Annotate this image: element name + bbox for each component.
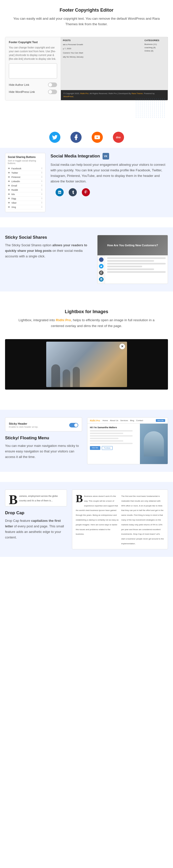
dropcap-col-pair: B Business alone doesn't work it's the w… xyxy=(76,493,164,546)
preview-post-3: Careers You Can Start xyxy=(63,52,140,54)
sticky-facebook-icon xyxy=(99,257,104,262)
silhouette-2 xyxy=(63,369,70,387)
footer-editor-section: Footer Copyrights Editor You can easily … xyxy=(0,0,173,32)
drag-handle-twitter[interactable]: ⠿ xyxy=(41,172,43,174)
pinterest-icon xyxy=(82,188,90,196)
twitter-icon-large xyxy=(49,132,60,143)
dots-pattern xyxy=(135,98,166,118)
preview-post-1: ate a Personal Growth xyxy=(63,43,140,46)
drag-handle-mix[interactable]: ⠿ xyxy=(41,193,43,195)
eye-icon-facebook: 👁 xyxy=(8,167,10,170)
sharing-row-viber: 👁 Viber ⠿ xyxy=(8,201,43,205)
sticky-header-right: Ridhi Pro Home About Us Services Blog Co… xyxy=(87,417,168,464)
website-left-col: Hi! I'm Samantha Walters Hire Me Portfol… xyxy=(87,424,140,464)
body-line-3 xyxy=(90,435,133,436)
eye-icon-digg: 👁 xyxy=(8,197,10,200)
blog-preview-body xyxy=(97,255,168,284)
dots-decoration xyxy=(0,98,173,119)
footer-editor-title: Footer Copyrights Editor xyxy=(10,7,163,13)
dropcap-col-2: The first and the most basic fundamental… xyxy=(121,493,164,546)
eye-icon-xing: 👁 xyxy=(8,206,10,209)
website-portfolio-btn[interactable]: Portfolio xyxy=(102,446,113,450)
sticky-header-panel: Sticky Header Enable to stick header at … xyxy=(5,417,82,432)
toggle-row-author: Hide Author Link xyxy=(9,83,57,87)
sticky-social-section: Sticky Social Shares The Sticky Social S… xyxy=(0,227,173,291)
hide-wordpress-toggle[interactable] xyxy=(48,90,57,94)
sharing-panel-desc: Sort or toggle social sharing buttons. xyxy=(8,159,43,164)
blog-text-line-6 xyxy=(107,271,166,273)
sticky-social-title: Sticky Social Shares xyxy=(5,235,92,240)
lightbox-brand-link[interactable]: Ridhi Pro xyxy=(56,318,71,322)
eye-icon-twitter: 👁 xyxy=(8,172,10,174)
website-body-preview: Hi! I'm Samantha Walters Hire Me Portfol… xyxy=(87,424,168,464)
drag-handle-pinterest[interactable]: ⠿ xyxy=(41,176,43,178)
website-hire-btn[interactable]: Hire Me xyxy=(90,446,100,450)
body-line-2 xyxy=(90,433,123,434)
dropcap-right: B Business alone doesn't work it's the w… xyxy=(72,490,168,549)
drag-handle-xing[interactable]: ⠿ xyxy=(41,206,43,209)
eye-icon-mix: 👁 xyxy=(8,193,10,195)
website-buttons: Hire Me Portfolio xyxy=(90,446,137,450)
separator-3 xyxy=(0,390,173,400)
sharing-row-xing: 👁 Xing ⠿ xyxy=(8,205,43,210)
preview-cat-3: Online (8) xyxy=(144,50,166,52)
preview-post-4: ally No Money January xyxy=(63,56,140,58)
blog-text-area xyxy=(105,255,168,284)
sharing-row-email: 👁 Email ⠿ xyxy=(8,184,43,188)
preview-cat-title: CATEGORIES xyxy=(144,39,166,42)
lightbox-section: Lightbox for Images Lightbox, integrated… xyxy=(0,302,173,334)
separator-4 xyxy=(0,400,173,410)
hide-author-toggle[interactable] xyxy=(48,83,57,87)
sharing-row-pinterest: 👁 Pinterest ⠿ xyxy=(8,175,43,179)
blog-social-sidebar xyxy=(97,255,105,284)
nav-item-home: Home xyxy=(103,420,108,422)
footer-link-ridhi[interactable]: Ridhi Pro xyxy=(80,92,89,95)
dropcap-title: Drop Cap xyxy=(5,510,67,516)
sticky-twitter-icon xyxy=(99,264,104,269)
sticky-header-toggle[interactable] xyxy=(69,423,78,428)
footer-panel-title: Footer Copyright Text xyxy=(9,41,57,44)
nav-item-blog: Blog xyxy=(130,420,134,422)
dropcap-section: B usiness, employment across the globe c… xyxy=(0,482,173,557)
blog-text-line-3 xyxy=(107,263,166,265)
footer-right-preview: POSTS ate a Personal Growth y 7, 2020 Ca… xyxy=(61,37,168,100)
nav-item-contact: Contact xyxy=(136,420,143,422)
eye-icon-email: 👁 xyxy=(8,184,10,187)
blog-text-line-5 xyxy=(107,269,154,270)
sticky-header-panel-desc: Enable to stick header at top. xyxy=(9,426,38,428)
blog-text-line-2 xyxy=(107,260,154,262)
lightbox-close-button[interactable]: ✕ xyxy=(119,344,125,349)
footer-panel-desc: You can change footer copyright and use … xyxy=(9,46,57,61)
vk-badge: VK xyxy=(103,153,109,159)
sticky-toggle-row: Sticky Header Enable to stick header at … xyxy=(9,422,78,428)
footer-link-rara[interactable]: Rara Theme xyxy=(132,92,143,95)
sticky-header-section: Sticky Header Enable to stick header at … xyxy=(0,410,173,472)
drag-handle-email[interactable]: ⠿ xyxy=(41,184,43,187)
lightbox-silhouettes xyxy=(51,364,80,387)
website-person-image xyxy=(140,424,168,464)
footer-copyright-textarea[interactable] xyxy=(9,63,57,79)
social-sharing-panel: Social Sharing Buttons Sort or toggle so… xyxy=(5,153,46,212)
dropcap-description: Drop Cap feature capitalizes the first l… xyxy=(5,518,67,540)
body-line-5 xyxy=(90,440,123,441)
eye-icon-reddit: 👁 xyxy=(8,189,10,191)
toggle-wordpress-label: Hide WordPress Link xyxy=(9,90,35,93)
website-preview: Ridhi Pro Home About Us Services Blog Co… xyxy=(87,417,168,464)
youtube-icon-large xyxy=(92,132,103,143)
footer-demo-container: Footer Copyright Text You can change foo… xyxy=(5,37,168,100)
social-media-title: Social Media Integration VK xyxy=(51,153,168,159)
nav-item-services: Services xyxy=(120,420,128,422)
drag-handle-linkedin[interactable]: ⠿ xyxy=(41,180,43,183)
drag-handle-viber[interactable]: ⠿ xyxy=(41,202,43,204)
drag-handle-reddit[interactable]: ⠿ xyxy=(41,189,43,191)
dropcap-big-letter-b: B xyxy=(9,493,18,506)
nav-item-about: About Us xyxy=(110,420,118,422)
website-logo: Ridhi Pro xyxy=(90,420,100,422)
sticky-social-description: The Sticky Social Shares option allows y… xyxy=(5,243,92,259)
website-cta-button[interactable]: Hire Me xyxy=(156,419,165,422)
drag-handle-facebook[interactable]: ⠿ xyxy=(41,167,43,170)
facebook-icon-large xyxy=(70,132,82,143)
eye-icon-linkedin: 👁 xyxy=(8,180,10,183)
drag-handle-digg[interactable]: ⠿ xyxy=(41,197,43,200)
footer-link-wp[interactable]: WordPress xyxy=(63,95,73,98)
